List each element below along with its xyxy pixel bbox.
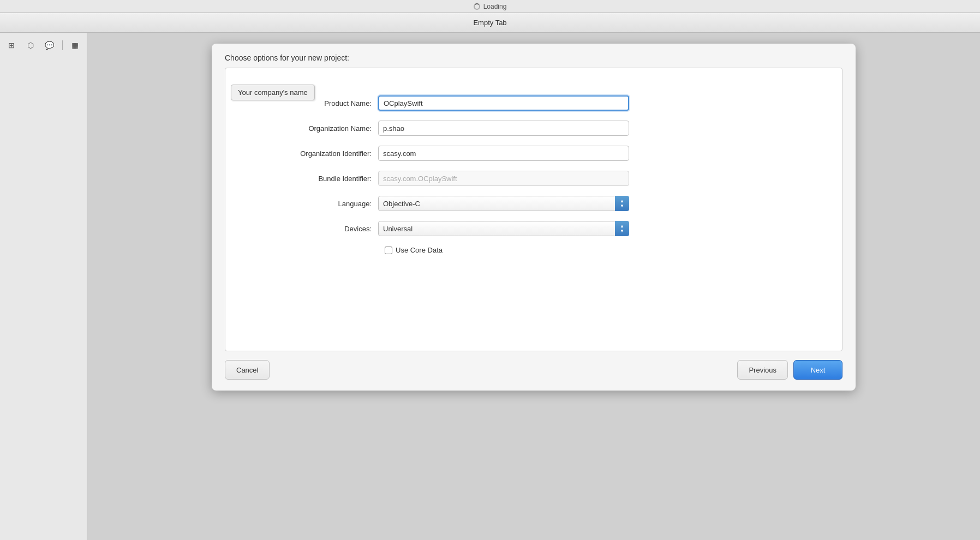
- core-data-label: Use Core Data: [396, 246, 443, 254]
- language-select-wrapper: Objective-C Swift ▲ ▼: [378, 196, 629, 211]
- loading-text: Loading: [483, 3, 507, 10]
- dialog-body: Your company's name Product Name: Organi…: [225, 68, 842, 351]
- company-name-tooltip: Your company's name: [231, 85, 315, 100]
- org-name-label: Organization Name:: [258, 124, 378, 133]
- dialog-header: Choose options for your new project:: [212, 44, 856, 68]
- bundle-identifier-label: Bundle Identifier:: [258, 175, 378, 183]
- devices-select-wrapper: Universal iPhone iPad ▲ ▼: [378, 221, 629, 236]
- sidebar: ⊞ ⬡ 💬 ▦: [0, 33, 87, 540]
- grid-icon[interactable]: ⊞: [4, 39, 19, 51]
- next-button[interactable]: Next: [793, 360, 842, 380]
- panel-icon[interactable]: ▦: [68, 39, 83, 51]
- language-row: Language: Objective-C Swift ▲ ▼: [258, 196, 809, 211]
- bundle-identifier-value: scasy.com.OCplaySwift: [378, 171, 629, 186]
- org-name-row: Organization Name:: [258, 121, 809, 136]
- tag-icon[interactable]: ⬡: [23, 39, 38, 51]
- dialog-footer: Cancel Previous Next: [212, 351, 856, 391]
- org-identifier-row: Organization Identifier:: [258, 146, 809, 161]
- title-bar: Empty Tab: [0, 13, 980, 33]
- chat-icon[interactable]: 💬: [42, 39, 57, 51]
- cancel-button[interactable]: Cancel: [225, 360, 270, 380]
- core-data-checkbox[interactable]: [385, 247, 392, 254]
- project-options-form: Product Name: Organization Name: Organiz…: [258, 95, 809, 254]
- language-label: Language:: [258, 200, 378, 208]
- loading-bar: Loading: [0, 0, 980, 13]
- org-name-input[interactable]: [378, 121, 629, 136]
- devices-select[interactable]: Universal iPhone iPad: [378, 221, 629, 236]
- new-project-dialog: Choose options for your new project: You…: [212, 44, 856, 391]
- footer-right-buttons: Previous Next: [737, 360, 842, 380]
- language-select[interactable]: Objective-C Swift: [378, 196, 629, 211]
- content-area: Choose options for your new project: You…: [87, 33, 980, 540]
- main-layout: ⊞ ⬡ 💬 ▦ Choose options for your new proj…: [0, 33, 980, 540]
- sidebar-divider: [62, 40, 63, 50]
- product-name-input[interactable]: [378, 95, 629, 111]
- devices-label: Devices:: [258, 225, 378, 233]
- core-data-row: Use Core Data: [385, 246, 809, 254]
- devices-row: Devices: Universal iPhone iPad ▲ ▼: [258, 221, 809, 236]
- org-identifier-label: Organization Identifier:: [258, 149, 378, 158]
- dialog-title: Choose options for your new project:: [225, 53, 349, 62]
- window-title: Empty Tab: [473, 19, 506, 27]
- bundle-identifier-row: Bundle Identifier: scasy.com.OCplaySwift: [258, 171, 809, 186]
- previous-button[interactable]: Previous: [737, 360, 788, 380]
- sidebar-toolbar: ⊞ ⬡ 💬 ▦: [0, 37, 87, 53]
- product-name-row: Product Name:: [258, 95, 809, 111]
- loading-spinner: [474, 3, 480, 10]
- org-identifier-input[interactable]: [378, 146, 629, 161]
